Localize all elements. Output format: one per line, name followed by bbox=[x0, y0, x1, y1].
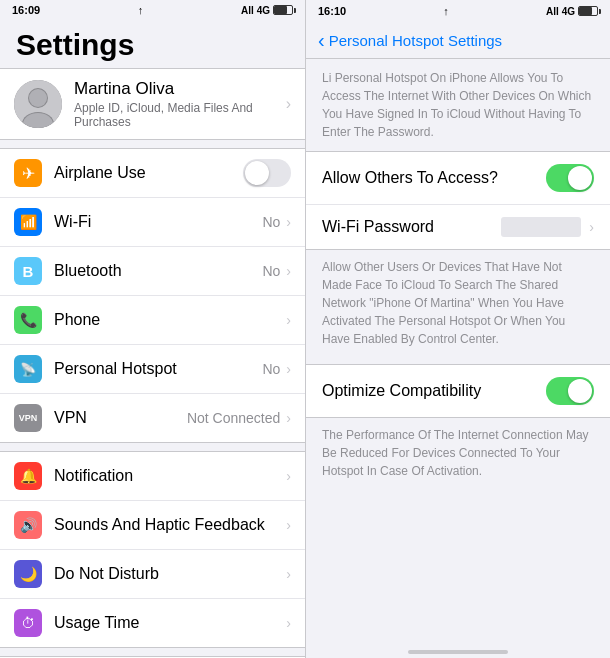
sidebar-item-notification[interactable]: 🔔 Notification › bbox=[0, 452, 305, 501]
sidebar-item-donotdisturb[interactable]: 🌙 Do Not Disturb › bbox=[0, 550, 305, 599]
usage-icon: ⏱ bbox=[14, 609, 42, 637]
right-section-optimize: Optimize Compatibility bbox=[306, 364, 610, 418]
right-arrow: ↑ bbox=[443, 5, 449, 17]
allow-others-row[interactable]: Allow Others To Access? bbox=[306, 152, 610, 205]
bluetooth-label: Bluetooth bbox=[54, 262, 262, 280]
right-section-main: Allow Others To Access? Wi-Fi Password › bbox=[306, 151, 610, 250]
airplane-icon: ✈ bbox=[14, 159, 42, 187]
bluetooth-value: No bbox=[262, 263, 280, 279]
right-battery-fill bbox=[579, 7, 592, 15]
profile-info: Martina Oliva Apple ID, iCloud, Media Fi… bbox=[74, 79, 286, 129]
optimize-label: Optimize Compatibility bbox=[322, 382, 546, 400]
right-battery-icon bbox=[578, 6, 598, 16]
wifi-password-chevron: › bbox=[589, 219, 594, 235]
bluetooth-icon: B bbox=[14, 257, 42, 285]
left-time: 16:09 bbox=[12, 4, 40, 16]
sounds-icon: 🔊 bbox=[14, 511, 42, 539]
donotdisturb-icon: 🌙 bbox=[14, 560, 42, 588]
sidebar-item-bluetooth[interactable]: B Bluetooth No › bbox=[0, 247, 305, 296]
right-nav-bar: ‹ Personal Hotspot Settings bbox=[306, 22, 610, 59]
right-status-icons: All 4G bbox=[546, 6, 598, 17]
sidebar-item-phone[interactable]: 📞 Phone › bbox=[0, 296, 305, 345]
usage-chevron: › bbox=[286, 615, 291, 631]
wifi-value: No bbox=[262, 214, 280, 230]
sounds-chevron: › bbox=[286, 517, 291, 533]
desc-text-2: The Performance Of The Internet Connecti… bbox=[306, 418, 610, 488]
vpn-value: Not Connected bbox=[187, 410, 280, 426]
section-connectivity: ✈ Airplane Use 📶 Wi-Fi No › B Bluetooth … bbox=[0, 148, 305, 443]
left-battery-icon bbox=[273, 5, 293, 15]
desc-text-1: Allow Other Users Or Devices That Have N… bbox=[306, 250, 610, 356]
hotspot-icon: 📡 bbox=[14, 355, 42, 383]
wifi-password-label: Wi-Fi Password bbox=[322, 218, 501, 236]
airplane-toggle[interactable] bbox=[243, 159, 291, 187]
wifi-password-field bbox=[501, 217, 581, 237]
optimize-toggle[interactable] bbox=[546, 377, 594, 405]
phone-icon: 📞 bbox=[14, 306, 42, 334]
sidebar-item-airplane[interactable]: ✈ Airplane Use bbox=[0, 149, 305, 198]
profile-name: Martina Oliva bbox=[74, 79, 286, 99]
sounds-label: Sounds And Haptic Feedback bbox=[54, 516, 286, 534]
sidebar-item-vpn[interactable]: VPN VPN Not Connected › bbox=[0, 394, 305, 442]
left-signal: All 4G bbox=[241, 5, 270, 16]
left-battery-fill bbox=[274, 6, 287, 14]
vpn-icon: VPN bbox=[14, 404, 42, 432]
wifi-chevron: › bbox=[286, 214, 291, 230]
svg-point-3 bbox=[29, 89, 47, 107]
right-status-bar: 16:10 ↑ All 4G bbox=[306, 0, 610, 22]
avatar bbox=[14, 80, 62, 128]
donotdisturb-label: Do Not Disturb bbox=[54, 565, 286, 583]
notification-label: Notification bbox=[54, 467, 286, 485]
section-alerts: 🔔 Notification › 🔊 Sounds And Haptic Fee… bbox=[0, 451, 305, 648]
wifi-icon: 📶 bbox=[14, 208, 42, 236]
right-time: 16:10 bbox=[318, 5, 346, 17]
phone-chevron: › bbox=[286, 312, 291, 328]
hotspot-label: Personal Hotspot bbox=[54, 360, 262, 378]
back-label: Personal Hotspot Settings bbox=[329, 32, 502, 49]
hotspot-chevron: › bbox=[286, 361, 291, 377]
back-chevron-icon: ‹ bbox=[318, 30, 325, 50]
usage-label: Usage Time bbox=[54, 614, 286, 632]
sidebar-item-hotspot[interactable]: 📡 Personal Hotspot No › bbox=[0, 345, 305, 394]
notification-icon: 🔔 bbox=[14, 462, 42, 490]
notification-chevron: › bbox=[286, 468, 291, 484]
profile-sub: Apple ID, iCloud, Media Files And Purcha… bbox=[74, 101, 286, 129]
optimize-row[interactable]: Optimize Compatibility bbox=[306, 365, 610, 417]
sidebar-item-usage[interactable]: ⏱ Usage Time › bbox=[0, 599, 305, 647]
allow-others-label: Allow Others To Access? bbox=[322, 169, 546, 187]
left-panel: 16:09 ↑ All 4G Settings Martina Oliva Ap… bbox=[0, 0, 305, 658]
right-signal: All 4G bbox=[546, 6, 575, 17]
left-status-icons: All 4G bbox=[241, 5, 293, 16]
sidebar-item-wifi[interactable]: 📶 Wi-Fi No › bbox=[0, 198, 305, 247]
phone-label: Phone bbox=[54, 311, 286, 329]
hotspot-value: No bbox=[262, 361, 280, 377]
profile-chevron: › bbox=[286, 95, 291, 113]
donotdisturb-chevron: › bbox=[286, 566, 291, 582]
settings-title: Settings bbox=[0, 20, 305, 68]
profile-row[interactable]: Martina Oliva Apple ID, iCloud, Media Fi… bbox=[0, 68, 305, 140]
airplane-label: Airplane Use bbox=[54, 164, 243, 182]
vpn-label: VPN bbox=[54, 409, 187, 427]
wifi-password-row[interactable]: Wi-Fi Password › bbox=[306, 205, 610, 249]
back-button[interactable]: ‹ Personal Hotspot Settings bbox=[318, 30, 502, 50]
vpn-chevron: › bbox=[286, 410, 291, 426]
sidebar-item-sounds[interactable]: 🔊 Sounds And Haptic Feedback › bbox=[0, 501, 305, 550]
left-arrow: ↑ bbox=[138, 4, 144, 16]
allow-others-toggle[interactable] bbox=[546, 164, 594, 192]
right-panel: 16:10 ↑ All 4G ‹ Personal Hotspot Settin… bbox=[305, 0, 610, 658]
bluetooth-chevron: › bbox=[286, 263, 291, 279]
home-indicator bbox=[306, 642, 610, 658]
wifi-label: Wi-Fi bbox=[54, 213, 262, 231]
intro-text: Li Personal Hotspot On iPhone Allows You… bbox=[306, 59, 610, 151]
left-status-bar: 16:09 ↑ All 4G bbox=[0, 0, 305, 20]
home-bar bbox=[408, 650, 508, 654]
